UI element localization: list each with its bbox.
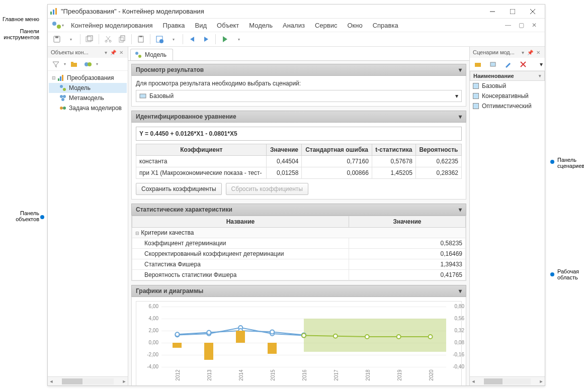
collapse-icon[interactable]: ▾ (459, 66, 462, 73)
folder-icon[interactable] (68, 58, 80, 70)
filter-icon[interactable] (50, 58, 62, 70)
section-results: Просмотр результатов ▾ Для просмотра рез… (131, 64, 466, 107)
tree-item-metamodel[interactable]: Метамодель (49, 93, 127, 103)
scenarios-column-header: Наименование ▾ (470, 71, 545, 81)
chart-icon (57, 74, 65, 82)
copy-button[interactable] (116, 33, 128, 45)
mdi-minimize-icon[interactable]: — (504, 21, 513, 30)
tab-model[interactable]: Модель (130, 49, 173, 60)
refresh-button[interactable] (153, 33, 165, 45)
svg-rect-17 (119, 37, 123, 42)
svg-point-46 (175, 332, 179, 336)
save-button[interactable] (51, 33, 63, 45)
mdi-close-icon[interactable]: ✕ (530, 21, 539, 30)
right-hscroll[interactable]: ◄► (470, 376, 545, 385)
scenarios-panel-title: Сценарии мод... (473, 49, 515, 55)
menu-help[interactable]: Справка (368, 20, 403, 31)
mdi-restore-icon[interactable]: ▢ (517, 21, 526, 30)
scenario-item[interactable]: Консервативный (470, 91, 545, 101)
menu-edit[interactable]: Правка (158, 20, 190, 31)
svg-rect-40 (140, 94, 146, 98)
svg-point-22 (159, 39, 163, 43)
menu-view[interactable]: Вид (190, 20, 212, 31)
svg-point-47 (207, 331, 211, 335)
svg-point-38 (135, 52, 138, 55)
callout-scenarios: Панель сценариев (557, 157, 583, 169)
menu-service[interactable]: Сервис (310, 20, 343, 31)
tree-item-model[interactable]: Модель (49, 83, 127, 93)
stats-group[interactable]: ⊟ Критерии качества (132, 228, 466, 238)
collapse-icon[interactable]: ▾ (459, 113, 462, 120)
run-dropdown[interactable]: ▾ (233, 33, 245, 45)
section-stats: Статистические характеристики ▾ Название… (131, 204, 466, 281)
scen-folder-icon[interactable] (472, 58, 484, 70)
menu-model[interactable]: Модель (244, 20, 278, 31)
menu-analysis[interactable]: Анализ (278, 20, 310, 31)
svg-rect-1 (53, 10, 54, 15)
work-area: Модель Просмотр результатов ▾ Для просмо… (128, 47, 469, 385)
menu-window[interactable]: Окно (342, 20, 367, 31)
titlebar: "Преобразования" - Контейнер моделирован… (48, 5, 545, 19)
panel-pin-icon[interactable]: 📌 (109, 50, 118, 55)
back-button[interactable] (186, 33, 198, 45)
refresh-dropdown[interactable]: ▾ (168, 33, 180, 45)
close-button[interactable] (523, 5, 543, 18)
chevron-down-icon: ▾ (455, 92, 458, 100)
scen-more-icon[interactable]: ▾ (540, 61, 543, 68)
run-button[interactable] (219, 33, 231, 45)
scenario-item[interactable]: Базовый (470, 81, 545, 91)
svg-point-31 (63, 88, 66, 91)
left-hscroll[interactable]: ◄► (48, 376, 128, 385)
main-toolbar: ▾ ▾ ▾ (48, 32, 545, 47)
tree-item-task[interactable]: Задача моделиров (49, 103, 127, 113)
svg-rect-57 (490, 62, 495, 66)
objects-panel: Объекты кон... ▾ 📌 ✕ ▾ ▾ ⊟ Преобразовани… (48, 47, 128, 385)
cut-button[interactable] (102, 33, 114, 45)
table-row[interactable]: Вероятность статистики Фишера0,41765 (132, 270, 466, 280)
section-equation: Идентифицированное уравнение ▾ Y = 0.445… (131, 111, 466, 200)
window-title: "Преобразования" - Контейнер моделирован… (61, 8, 482, 15)
reset-coefficients-button[interactable]: Сбросить коэффициенты (226, 183, 308, 195)
maximize-button[interactable] (503, 5, 523, 18)
panel-dropdown-icon[interactable]: ▾ (103, 50, 109, 55)
results-hint: Для просмотра результата необходимо выбр… (136, 80, 462, 87)
add-model-icon[interactable] (82, 58, 94, 70)
scen-edit-icon[interactable] (502, 58, 514, 70)
callout-workarea: Рабочая область (557, 268, 583, 280)
scenario-item[interactable]: Оптимистический (470, 101, 545, 111)
svg-rect-27 (58, 78, 59, 81)
forward-button[interactable] (200, 33, 212, 45)
scenario-select[interactable]: Базовый ▾ (136, 90, 462, 102)
collapse-icon[interactable]: ▾ (459, 206, 462, 213)
panel-dropdown-icon[interactable]: ▾ (520, 50, 526, 55)
save-coefficients-button[interactable]: Сохранить коэффициенты (136, 183, 222, 195)
minimize-button[interactable] (482, 5, 503, 18)
svg-point-54 (397, 335, 401, 339)
table-row[interactable]: константа 0,44504 0,77160 0,57678 0,6223… (136, 156, 462, 167)
svg-rect-18 (121, 36, 125, 41)
table-row[interactable]: Статистика Фишера1,39433 (132, 259, 466, 270)
svg-point-8 (57, 25, 61, 29)
menu-object[interactable]: Объект (212, 20, 244, 31)
panel-pin-icon[interactable]: 📌 (526, 50, 535, 55)
panel-close-icon[interactable]: ✕ (118, 50, 125, 55)
table-row[interactable]: при X1 (Макроэкономические показа - тест… (136, 167, 462, 179)
paste-button[interactable] (135, 33, 147, 45)
menubar: ▾ Контейнер моделирования Правка Вид Объ… (48, 19, 545, 32)
table-row[interactable]: Коэффициент детерминации0,58235 (132, 238, 466, 249)
tree-root[interactable]: ⊟ Преобразования (49, 73, 127, 83)
scen-delete-icon[interactable] (517, 58, 529, 70)
save-dropdown[interactable]: ▾ (65, 33, 77, 45)
metamodel-icon (59, 94, 67, 102)
model-icon[interactable]: ▾ (50, 20, 66, 30)
table-row[interactable]: Скорректированный коэффициент детерминац… (132, 249, 466, 259)
scenario-icon (139, 92, 146, 100)
scen-new-icon[interactable] (487, 58, 499, 70)
collapse-icon[interactable]: ▾ (459, 287, 462, 295)
objects-panel-title: Объекты кон... (51, 49, 89, 55)
save-all-button[interactable] (84, 33, 96, 45)
svg-point-53 (365, 335, 369, 339)
svg-rect-56 (475, 63, 481, 67)
menu-container[interactable]: Контейнер моделирования (66, 20, 158, 31)
panel-close-icon[interactable]: ✕ (535, 50, 542, 55)
